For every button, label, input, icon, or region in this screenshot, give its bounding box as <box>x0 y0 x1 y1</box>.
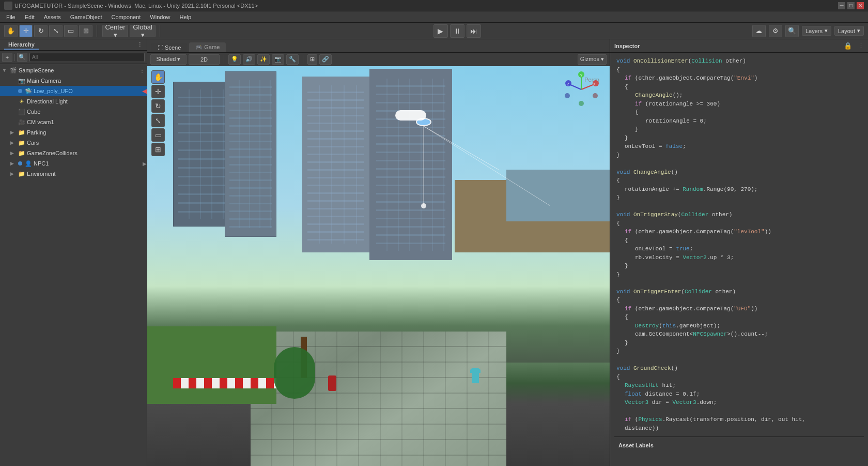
search-button[interactable]: 🔍 <box>785 25 799 37</box>
building-right-2 <box>506 170 610 221</box>
inspector-menu-icon[interactable]: ⋮ <box>858 42 864 49</box>
hierarchy-item-cube[interactable]: ⬛ Cube <box>0 107 147 117</box>
maximize-button[interactable]: □ <box>847 2 855 9</box>
svg-line-4 <box>581 84 594 89</box>
scene-more-icon[interactable]: ⋮ <box>140 68 147 73</box>
audio-btn[interactable]: 🔊 <box>243 54 255 65</box>
building-windows-2 <box>229 80 272 228</box>
play-button[interactable]: ▶ <box>433 24 448 38</box>
lighting-btn[interactable]: 💡 <box>228 54 241 65</box>
code-line-3: if (other.gameObject.CompareTag("Envi") <box>614 74 864 83</box>
code-line-19: if (other.gameObject.CompareTag("levTool… <box>614 228 864 236</box>
game-tab[interactable]: 🎮 Game <box>189 42 226 52</box>
gizmos-toggle-btn[interactable]: Gizmos ▾ <box>578 54 607 65</box>
rect-tool-button[interactable]: ▭ <box>64 25 78 37</box>
viewport-orientation-gizmo[interactable]: X Y Z <box>563 71 599 108</box>
menu-window[interactable]: Window <box>146 13 174 21</box>
hierarchy-tab[interactable]: Hierarchy <box>4 40 39 50</box>
code-line-blank1 <box>614 159 864 168</box>
scene-toolbar: Shaded ▾ 2D 💡 🔊 ✨ 📷 🔧 ⊞ 🔗 Gizmos ▾ <box>147 53 610 66</box>
fx-btn[interactable]: ✨ <box>257 54 270 65</box>
svg-point-14 <box>593 93 598 98</box>
building-windows-1 <box>178 89 229 219</box>
hierarchy-item-parking[interactable]: ▶ 📁 Parking <box>0 127 147 138</box>
code-line-10: } <box>614 134 864 143</box>
hierarchy-item-cars[interactable]: ▶ 📁 Cars <box>0 138 147 148</box>
hierarchy-item-main-camera[interactable]: 📷 Main Camera <box>0 76 147 86</box>
menu-file[interactable]: File <box>2 13 20 21</box>
hierarchy-item-vcam[interactable]: 🎥 CM vcam1 <box>0 117 147 127</box>
code-line-30: cam.GetComponent<NPCSpawner>().count--; <box>614 330 864 339</box>
code-line-blank2 <box>614 202 864 211</box>
hierarchy-item-gamezone[interactable]: ▶ 📁 GameZoneColliders <box>0 148 147 158</box>
code-line-29: Destroy(this.gameObject); <box>614 322 864 330</box>
scene-tab[interactable]: ⛶ Scene <box>151 43 187 52</box>
menu-help[interactable]: Help <box>175 13 195 21</box>
snap-btn[interactable]: 🔗 <box>319 54 332 65</box>
cloud-button[interactable]: ☁ <box>752 25 766 37</box>
hierarchy-item-environment[interactable]: ▶ 📁 Enviroment <box>0 169 147 179</box>
code-line-16: } <box>614 193 864 202</box>
step-button[interactable]: ⏭ <box>467 24 481 38</box>
hierarchy-search-input[interactable] <box>29 53 145 62</box>
svg-text:X: X <box>593 82 596 86</box>
rect-scene-tool[interactable]: ▭ <box>151 128 165 142</box>
code-line-blank3 <box>614 279 864 288</box>
collab-button[interactable]: ⚙ <box>769 25 782 37</box>
hand-scene-tool[interactable]: ✋ <box>151 70 165 84</box>
hierarchy-add-button[interactable]: + <box>2 53 12 62</box>
hierarchy-tree: ▼ 🎬 SampleScene ⋮ 📷 Main Camera 🛸 Low_po… <box>0 64 147 466</box>
main-layout: Hierarchy ⋮ + 🔍 ▼ 🎬 SampleScene ⋮ 📷 Main… <box>0 39 868 466</box>
minimize-button[interactable]: ─ <box>838 2 845 9</box>
shading-mode-btn[interactable]: Shaded ▾ <box>150 54 187 65</box>
barriers <box>173 378 276 388</box>
move-tool-button[interactable]: ✛ <box>19 25 33 37</box>
cloud-near-ufo <box>395 110 426 121</box>
hierarchy-item-ufo[interactable]: 🛸 Low_poly_UFO ◀ <box>0 86 147 96</box>
scene-gizmo-right: Gizmos ▾ <box>578 54 607 65</box>
render-mode-btn[interactable]: 2D <box>189 54 220 65</box>
menu-edit[interactable]: Edit <box>21 13 39 21</box>
scene-icon: 🎬 <box>10 67 17 74</box>
menu-gameobject[interactable]: GameObject <box>66 13 106 21</box>
scale-tool-button[interactable]: ⤡ <box>49 25 63 37</box>
code-line-1: void OnCollisionEnter(Collision other) <box>614 57 864 66</box>
pause-button[interactable]: ⏸ <box>450 24 464 38</box>
move-scene-tool[interactable]: ✛ <box>151 85 165 98</box>
inspector-lock-button[interactable]: 🔒 <box>844 42 852 50</box>
menu-component[interactable]: Component <box>107 13 145 21</box>
hierarchy-menu-icon[interactable]: ⋮ <box>137 41 143 48</box>
layers-dropdown[interactable]: Layers ▾ <box>802 26 831 36</box>
transform-scene-tool[interactable]: ⊞ <box>151 143 165 156</box>
gizmo-svg: X Y Z <box>563 71 599 108</box>
menu-assets[interactable]: Assets <box>40 13 65 21</box>
grid-btn[interactable]: ⊞ <box>307 54 317 65</box>
scene-cam-btn[interactable]: 📷 <box>272 54 284 65</box>
code-line-14: { <box>614 176 864 185</box>
camera-icon: 📷 <box>18 77 25 84</box>
scale-scene-tool[interactable]: ⤡ <box>151 114 165 127</box>
hierarchy-separator <box>14 54 15 61</box>
npc-icon: 👤 <box>25 160 32 167</box>
hand-tool-button[interactable]: ✋ <box>4 25 18 37</box>
pivot-button[interactable]: Center ▾ <box>102 25 128 37</box>
rotate-scene-tool[interactable]: ↻ <box>151 99 165 113</box>
code-line-18: { <box>614 219 864 228</box>
code-line-2: { <box>614 66 864 74</box>
cars-label: Cars <box>27 140 147 146</box>
gizmos-btn[interactable]: 🔧 <box>286 54 299 65</box>
hierarchy-search-button[interactable]: 🔍 <box>17 53 27 62</box>
layout-dropdown[interactable]: Layout ▾ <box>834 26 864 36</box>
hierarchy-scene-root[interactable]: ▼ 🎬 SampleScene ⋮ <box>0 65 147 76</box>
ufo-object[interactable] <box>416 118 431 126</box>
title-bar-text: UFOGAMETUTOR - SampleScene - Windows, Ma… <box>14 3 258 9</box>
code-line-34: { <box>614 373 864 382</box>
global-button[interactable]: Global ▾ <box>130 25 156 37</box>
hierarchy-item-npc1[interactable]: ▶ 👤 NPC1 ▶ <box>0 158 147 169</box>
code-line-35: RaycastHit hit; <box>614 381 864 390</box>
rotate-tool-button[interactable]: ↻ <box>34 25 48 37</box>
close-button[interactable]: ✕ <box>857 2 864 9</box>
hierarchy-item-directional-light[interactable]: ☀ Directional Light <box>0 96 147 107</box>
transform-tool-button[interactable]: ⊞ <box>79 25 92 37</box>
scene-viewport[interactable]: ✋ ✛ ↻ ⤡ ▭ ⊞ Persp X <box>147 66 610 466</box>
